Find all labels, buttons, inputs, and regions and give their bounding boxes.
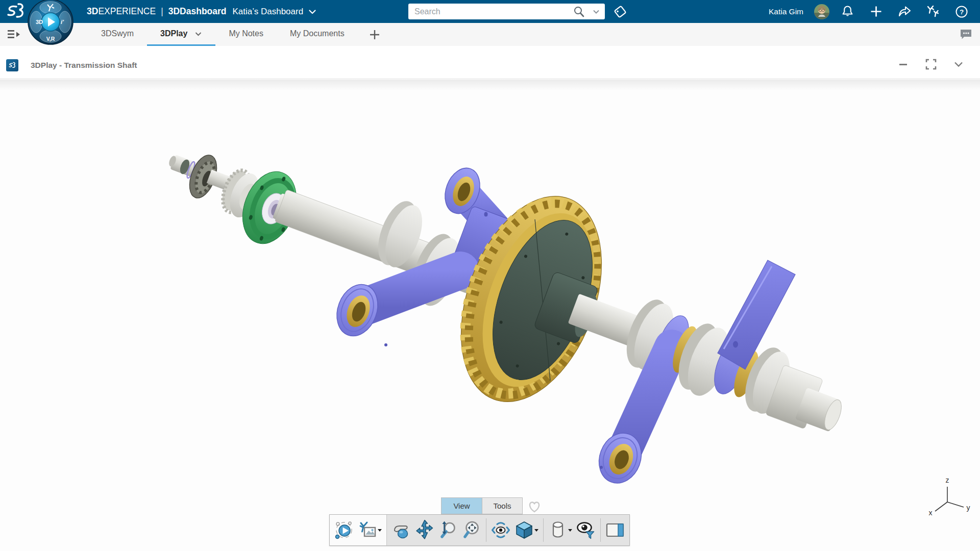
dashboard-tabs: 3DSwym 3DPlay My Notes My Documents	[88, 23, 387, 46]
favorite-heart-icon[interactable]	[526, 499, 543, 514]
split-view-button[interactable]	[603, 518, 627, 542]
capture-image-dropdown-arrow[interactable]	[378, 529, 382, 532]
compass-vr-label: V,R	[46, 36, 55, 42]
toolbar-separator	[600, 518, 601, 542]
model-output-shaft[interactable]	[568, 260, 845, 489]
dashboard-name[interactable]: Katia’s Dashboard	[233, 7, 304, 17]
transmission-shaft-model[interactable]	[0, 80, 980, 551]
player-toolbar-left-group	[330, 515, 387, 545]
dashboard-tab-bar: 3DSwym 3DPlay My Notes My Documents	[0, 23, 980, 46]
3dexperience-compass-logo[interactable]: 3D V,R i’	[27, 0, 75, 47]
tab-chevron-icon[interactable]	[194, 30, 202, 38]
play-experience-button[interactable]	[332, 518, 356, 542]
hide-show-filter-button[interactable]	[574, 518, 598, 542]
player-tab-view[interactable]: View	[441, 497, 482, 514]
player-tab-tools[interactable]: Tools	[482, 497, 523, 514]
widget-header: 3DPlay - Transmission Shaft	[0, 46, 980, 79]
section-dropdown-arrow[interactable]	[568, 529, 572, 532]
maximize-widget-icon[interactable]	[924, 57, 938, 71]
search-options-chevron-icon[interactable]	[587, 4, 605, 19]
compass-if-label: i’	[61, 19, 64, 25]
add-content-plus-icon[interactable]	[862, 0, 890, 23]
svg-text:?: ?	[960, 8, 964, 16]
widget-menu-chevron-icon[interactable]	[951, 57, 966, 71]
axis-y-label: y	[967, 504, 970, 512]
tag-icon[interactable]	[611, 4, 629, 19]
player-tab-group: View Tools	[441, 497, 523, 514]
notifications-bell-icon[interactable]	[833, 0, 862, 23]
player-toolbar	[329, 514, 630, 546]
3ds-people-icon[interactable]	[919, 0, 947, 23]
model-rod-lower[interactable]	[592, 347, 672, 489]
minimize-widget-icon[interactable]	[896, 57, 911, 71]
search-input[interactable]	[408, 7, 570, 16]
help-icon[interactable]: ?	[947, 0, 976, 23]
3d-viewport[interactable]: View Tools	[0, 80, 980, 551]
rotate-button[interactable]	[389, 518, 413, 542]
zoom-button[interactable]	[436, 518, 460, 542]
tab-3dplay[interactable]: 3DPlay	[147, 23, 215, 46]
iso-view-cube-button[interactable]	[512, 518, 536, 542]
axis-triad: z x y	[923, 472, 974, 521]
fit-all-button[interactable]	[460, 518, 483, 542]
brand-separator: |	[161, 6, 163, 17]
brand-3dexperience: 3DEXPERIENCE	[87, 6, 156, 17]
player-toolbar-main-group	[387, 515, 629, 545]
turntable-button[interactable]	[489, 518, 512, 542]
user-area: Katia Gim	[769, 0, 976, 23]
3dplay-widget-icon	[6, 59, 18, 71]
search-bar[interactable]	[408, 4, 605, 19]
view-cube-dropdown-arrow[interactable]	[534, 529, 538, 532]
search-icon[interactable]	[570, 4, 587, 19]
dashboard-chevron-icon[interactable]	[308, 8, 316, 16]
tab-3dswym[interactable]: 3DSwym	[88, 23, 147, 46]
avatar[interactable]	[811, 0, 833, 23]
user-name[interactable]: Katia Gim	[769, 7, 803, 16]
toolbar-separator	[486, 518, 486, 542]
top-bar: 3D V,R i’ 3DEXPERIENCE | 3DDashboard Kat…	[0, 0, 980, 23]
toolbar-separator	[543, 518, 544, 542]
capture-image-button[interactable]	[356, 518, 379, 542]
tab-my-notes[interactable]: My Notes	[215, 23, 277, 46]
section-cylinder-button[interactable]	[546, 518, 570, 542]
tab-my-documents[interactable]: My Documents	[277, 23, 358, 46]
widget-title: 3DPlay - Transmission Shaft	[31, 61, 137, 70]
share-icon[interactable]	[890, 0, 919, 23]
comments-icon[interactable]	[959, 28, 973, 41]
axis-z-label: z	[946, 476, 949, 484]
axis-x-label: x	[929, 509, 933, 517]
breadcrumb: 3DEXPERIENCE | 3DDashboard Katia’s Dashb…	[87, 0, 316, 23]
dassault-systemes-logo	[4, 2, 28, 21]
app-name: 3DDashboard	[168, 6, 227, 17]
add-tab-plus-icon[interactable]	[362, 23, 387, 46]
pan-button[interactable]	[413, 518, 436, 542]
compass-3d-label: 3D	[36, 19, 43, 25]
sidebar-toggle-icon[interactable]	[6, 28, 21, 41]
